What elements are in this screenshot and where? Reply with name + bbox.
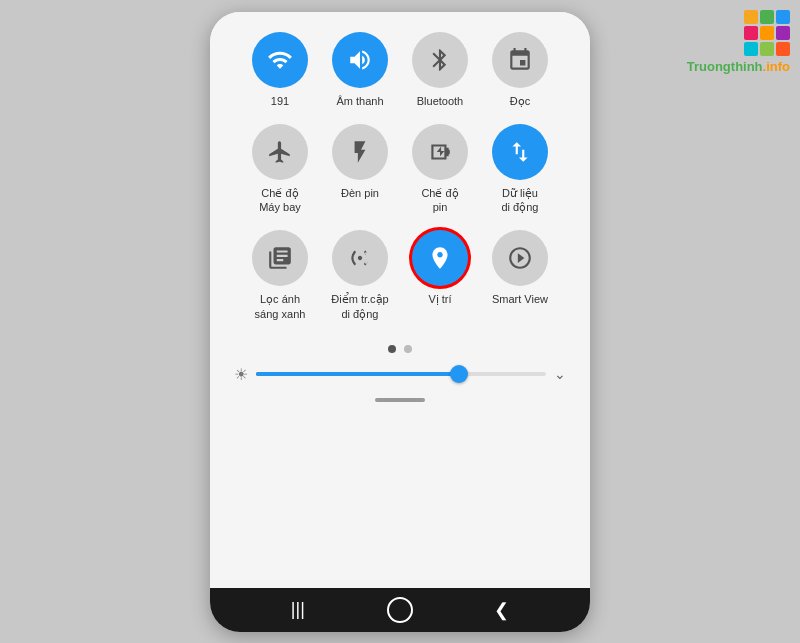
qs-battery[interactable]: Chế độpin <box>404 124 476 215</box>
qs-hotspot[interactable]: Điểm tr.cậpdi động <box>324 230 396 321</box>
hotspot-label: Điểm tr.cậpdi động <box>331 292 388 321</box>
sound-icon <box>347 47 373 73</box>
battery-icon-bg <box>412 124 468 180</box>
chevron-down-icon[interactable]: ⌄ <box>554 366 566 382</box>
location-icon-bg <box>412 230 468 286</box>
qs-location[interactable]: Vị trí <box>404 230 476 321</box>
doc-icon <box>507 47 533 73</box>
doc-label: Đọc <box>510 94 530 108</box>
airplane-icon <box>267 139 293 165</box>
watermark-text: Truongthinh.info <box>687 59 790 74</box>
bluelight-icon <box>267 245 293 271</box>
logo-cell <box>744 10 758 24</box>
battery-icon <box>427 139 453 165</box>
qs-row-1: 191 Âm thanh Bluetooth <box>244 32 556 108</box>
qs-bluetooth[interactable]: Bluetooth <box>404 32 476 108</box>
qs-mobile-data[interactable]: Dữ liệudi động <box>484 124 556 215</box>
qs-flashlight[interactable]: Đèn pin <box>324 124 396 215</box>
airplane-label: Chế độMáy bay <box>259 186 301 215</box>
bluelight-label: Lọc ánhsáng xanh <box>255 292 306 321</box>
wifi-label: 191 <box>271 94 289 108</box>
logo-cell <box>760 10 774 24</box>
smartview-icon-bg <box>492 230 548 286</box>
qs-smartview[interactable]: Smart View <box>484 230 556 321</box>
location-label: Vị trí <box>428 292 451 306</box>
bluetooth-icon-bg <box>412 32 468 88</box>
phone-container: 191 Âm thanh Bluetooth <box>210 12 590 632</box>
qs-doc[interactable]: Đọc <box>484 32 556 108</box>
airplane-icon-bg <box>252 124 308 180</box>
battery-label: Chế độpin <box>421 186 458 215</box>
mobile-data-icon <box>507 139 533 165</box>
wifi-icon-bg <box>252 32 308 88</box>
dot-1 <box>388 345 396 353</box>
flashlight-icon-bg <box>332 124 388 180</box>
logo-cell <box>744 42 758 56</box>
nav-bar: ||| ❮ <box>210 588 590 632</box>
qs-bluelight[interactable]: Lọc ánhsáng xanh <box>244 230 316 321</box>
qs-airplane[interactable]: Chế độMáy bay <box>244 124 316 215</box>
brightness-slider[interactable] <box>256 372 546 376</box>
flashlight-label: Đèn pin <box>341 186 379 200</box>
sound-icon-bg <box>332 32 388 88</box>
hotspot-icon <box>347 245 373 271</box>
quick-settings-panel: 191 Âm thanh Bluetooth <box>210 12 590 588</box>
brightness-row: ☀ ⌄ <box>226 365 574 384</box>
smartview-label: Smart View <box>492 292 548 306</box>
bluelight-icon-bg <box>252 230 308 286</box>
smartview-icon <box>507 245 533 271</box>
flashlight-icon <box>347 139 373 165</box>
logo-cell <box>776 26 790 40</box>
qs-wifi[interactable]: 191 <box>244 32 316 108</box>
recent-apps-button[interactable]: ||| <box>291 599 305 620</box>
watermark: Truongthinh.info <box>687 10 790 74</box>
home-button[interactable] <box>387 597 413 623</box>
bluetooth-icon <box>427 47 453 73</box>
page-dots <box>388 345 412 353</box>
slider-thumb[interactable] <box>450 365 468 383</box>
doc-icon-bg <box>492 32 548 88</box>
logo-cell <box>776 42 790 56</box>
logo-cell <box>776 10 790 24</box>
location-icon <box>427 245 453 271</box>
wifi-icon <box>267 47 293 73</box>
mobile-data-icon-bg <box>492 124 548 180</box>
qs-row-3: Lọc ánhsáng xanh Điểm tr.cậpdi động <box>244 230 556 321</box>
watermark-logo <box>744 10 790 56</box>
dot-2 <box>404 345 412 353</box>
slider-fill <box>256 372 459 376</box>
qs-sound[interactable]: Âm thanh <box>324 32 396 108</box>
qs-row-2: Chế độMáy bay Đèn pin Chế độpin <box>244 124 556 215</box>
back-button[interactable]: ❮ <box>494 599 509 621</box>
bluetooth-label: Bluetooth <box>417 94 463 108</box>
sound-label: Âm thanh <box>336 94 383 108</box>
logo-cell <box>760 42 774 56</box>
brightness-icon: ☀ <box>234 365 248 384</box>
mobile-data-label: Dữ liệudi động <box>502 186 539 215</box>
hotspot-icon-bg <box>332 230 388 286</box>
nav-indicator <box>375 398 425 402</box>
logo-cell <box>744 26 758 40</box>
logo-cell <box>760 26 774 40</box>
